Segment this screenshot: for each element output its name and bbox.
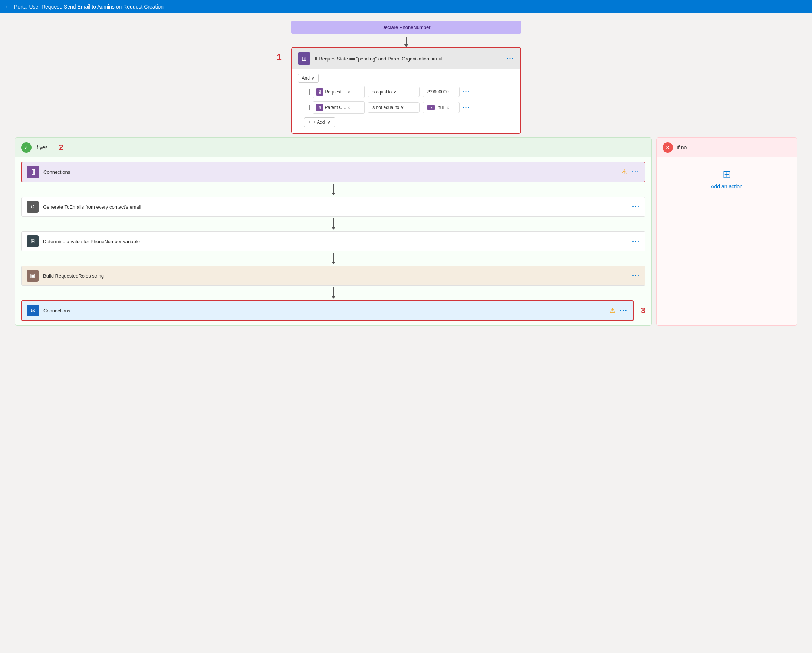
condition-operator-1[interactable]: is equal to ∨ <box>368 87 420 97</box>
condition-checkbox-2[interactable] <box>304 105 310 110</box>
operator-label-2: is not equal to <box>372 105 400 110</box>
field-label-1: Request ... <box>325 89 346 94</box>
condition-container: ⊞ If RequestState == "pending" and Paren… <box>291 47 521 134</box>
branch-yes-header: ✓ If yes 2 <box>15 138 652 157</box>
branch-yes: ✓ If yes 2 🗄 Connections ⚠ ··· <box>15 137 652 326</box>
branches: ✓ If yes 2 🗄 Connections ⚠ ··· <box>15 137 797 326</box>
branch-yes-label: If yes <box>35 145 47 151</box>
condition-checkbox-1[interactable] <box>304 89 310 95</box>
action-icon-build: ▣ <box>27 270 38 282</box>
fx-label: fx <box>430 105 433 110</box>
page-title: Portal User Request: Send Email to Admin… <box>14 4 163 10</box>
action-generate[interactable]: ↺ Generate ToEmails from every contact's… <box>21 197 646 217</box>
branch-no: ✕ If no ⊞ Add an action <box>656 137 797 326</box>
add-action-button[interactable]: ⊞ Add an action <box>711 168 743 189</box>
condition-rows: 🗄 Request ... × is equal to ∨ 299600000 … <box>292 83 520 114</box>
action-more-build[interactable]: ··· <box>632 272 640 280</box>
row1-more-button[interactable]: ··· <box>462 88 470 96</box>
add-label: + Add <box>313 120 325 125</box>
connector-4 <box>21 286 646 300</box>
action-connections-2[interactable]: ✉ Connections ⚠ ··· <box>21 300 633 321</box>
field-icon-1: 🗄 <box>316 88 324 96</box>
add-action-icon: ⊞ <box>723 168 731 181</box>
null-close[interactable]: × <box>447 106 449 110</box>
step-number-3: 3 <box>641 306 646 315</box>
and-section: And ∨ <box>292 69 520 83</box>
canvas: Declare PhoneNumber 1 ⊞ If RequestState … <box>0 13 812 653</box>
action-label-determine: Determine a value for PhoneNumber variab… <box>43 239 627 244</box>
connector-2 <box>21 217 646 231</box>
action-label-connections-1: Connections <box>43 169 617 175</box>
operator-chevron-2: ∨ <box>401 105 404 110</box>
condition-row-2: 🗄 Parent O... × is not equal to ∨ fx <box>304 101 514 114</box>
action-label-connections-2: Connections <box>43 308 605 314</box>
action-icon-connections-1: 🗄 <box>27 166 39 178</box>
warning-icon-1: ⚠ <box>621 168 627 176</box>
field-label-2: Parent O... <box>325 105 346 110</box>
action-icon-determine: ⊞ <box>27 235 38 247</box>
operator-chevron-1: ∨ <box>393 89 397 94</box>
condition-header: ⊞ If RequestState == "pending" and Paren… <box>292 48 520 69</box>
branch-yes-icon: ✓ <box>21 142 32 153</box>
warning-icon-2: ⚠ <box>609 306 615 315</box>
add-chevron-icon: ∨ <box>327 120 331 125</box>
add-row: + + Add ∨ <box>292 114 520 127</box>
condition-value-2: fx null × <box>423 102 459 113</box>
row2-more-button[interactable]: ··· <box>462 104 470 111</box>
action-more-determine[interactable]: ··· <box>632 237 640 245</box>
connector-1 <box>21 182 646 197</box>
field-icon-2: 🗄 <box>316 104 324 111</box>
condition-field-2[interactable]: 🗄 Parent O... × <box>313 101 365 114</box>
and-chevron-icon: ∨ <box>311 76 314 81</box>
fx-chip: fx <box>427 105 436 110</box>
declare-block: Declare PhoneNumber <box>291 21 521 34</box>
action-more-generate[interactable]: ··· <box>632 203 640 211</box>
condition-operator-2[interactable]: is not equal to ∨ <box>368 102 420 113</box>
action-icon-generate: ↺ <box>27 201 38 213</box>
condition-row-1: 🗄 Request ... × is equal to ∨ 299600000 … <box>304 85 514 98</box>
action-icon-connections-2: ✉ <box>27 304 39 317</box>
back-button[interactable]: ← <box>5 3 11 10</box>
add-plus-icon: + <box>308 120 311 125</box>
action-connections-1[interactable]: 🗄 Connections ⚠ ··· <box>21 161 646 182</box>
action-label-build: Build RequestedRoles string <box>43 273 627 279</box>
condition-title: If RequestState == "pending" and ParentO… <box>315 56 502 61</box>
and-badge[interactable]: And ∨ <box>298 74 319 83</box>
branch-no-header: ✕ If no <box>656 138 797 157</box>
action-determine[interactable]: ⊞ Determine a value for PhoneNumber vari… <box>21 231 646 251</box>
condition-value-1[interactable]: 299600000 <box>423 87 459 97</box>
add-action-container: ⊞ Add an action <box>656 157 797 201</box>
and-label: And <box>302 76 310 81</box>
condition-icon: ⊞ <box>298 52 310 65</box>
add-button[interactable]: + + Add ∨ <box>304 117 335 127</box>
action-label-generate: Generate ToEmails from every contact's e… <box>43 204 627 210</box>
add-action-label: Add an action <box>711 183 743 189</box>
connector-3 <box>21 251 646 266</box>
action-more-1[interactable]: ··· <box>632 168 640 176</box>
field-close-1[interactable]: × <box>348 90 350 94</box>
null-value: null <box>438 105 445 110</box>
condition-field-1[interactable]: 🗄 Request ... × <box>313 85 365 98</box>
branch-no-icon: ✕ <box>662 142 673 153</box>
step-number-2: 2 <box>59 143 63 152</box>
action-more-2[interactable]: ··· <box>620 307 627 315</box>
branch-yes-content: 🗄 Connections ⚠ ··· ↺ Generate ToEmails … <box>15 157 652 326</box>
top-bar: ← Portal User Request: Send Email to Adm… <box>0 0 812 13</box>
connector-arrow-1 <box>404 34 408 47</box>
branch-no-label: If no <box>677 145 687 151</box>
condition-more-button[interactable]: ··· <box>506 55 514 62</box>
field-close-2[interactable]: × <box>348 106 350 110</box>
operator-label-1: is equal to <box>372 89 392 94</box>
step-number-1: 1 <box>277 52 288 62</box>
action-build[interactable]: ▣ Build RequestedRoles string ··· <box>21 266 646 286</box>
